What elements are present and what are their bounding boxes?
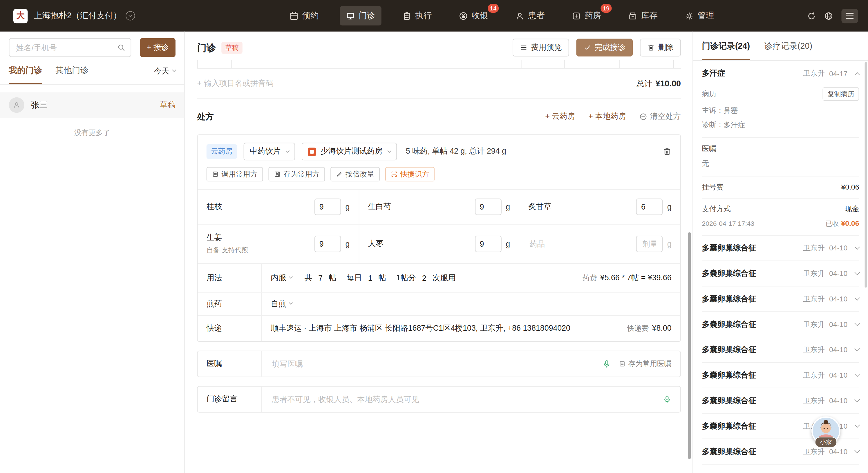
usage-method-select[interactable]: 内服 bbox=[271, 273, 292, 283]
medicine-fee: 药费¥5.66 * 7帖 = ¥39.66 bbox=[583, 273, 672, 283]
drug-name[interactable]: 大枣 bbox=[368, 239, 383, 249]
drug-name[interactable]: 生白芍 bbox=[368, 202, 391, 211]
daily-tie-input[interactable]: 1 bbox=[368, 274, 372, 282]
clear-prescription-button[interactable]: 清空处方 bbox=[640, 111, 681, 122]
fee-label: 快递费 bbox=[627, 324, 649, 332]
record-row[interactable]: 多囊卵巢综合征 卫东升04-10 bbox=[702, 312, 859, 337]
medical-record-block: 病历 复制病历 主诉：鼻塞 诊断：多汗症 bbox=[702, 87, 859, 137]
record-row[interactable]: 多囊卵巢综合征 卫东升04-10 bbox=[702, 363, 859, 388]
date-filter[interactable]: 今天 bbox=[154, 66, 176, 76]
clinic-name[interactable]: 上海抱朴2（汇付支付） bbox=[34, 10, 121, 21]
usage-label: 用法 bbox=[197, 264, 261, 292]
add-item-row: + 输入项目名或拼音码 总计¥10.00 bbox=[197, 69, 681, 99]
scan-icon bbox=[391, 171, 398, 178]
save-common-advice-button[interactable]: 存为常用医嘱 bbox=[619, 359, 671, 369]
total-tie-input[interactable]: 7 bbox=[318, 274, 322, 282]
check-icon bbox=[583, 44, 591, 52]
dose-input[interactable] bbox=[636, 199, 663, 215]
nav-clinic[interactable]: 门诊 bbox=[340, 6, 381, 26]
record-row[interactable]: 多囊卵巢综合征 卫东升04-10 bbox=[702, 337, 859, 363]
delete-prescription-icon[interactable] bbox=[662, 147, 672, 156]
record-row[interactable]: 多囊卵巢综合征 卫东升04-10 bbox=[702, 388, 859, 414]
new-drug-dose-input[interactable] bbox=[636, 236, 663, 252]
tab-treatment-records[interactable]: 诊疗记录(20) bbox=[765, 41, 812, 60]
times-input[interactable]: 2 bbox=[422, 274, 427, 282]
nav-pharmacy[interactable]: 药房 19 bbox=[566, 6, 607, 26]
total-value: ¥10.00 bbox=[655, 78, 681, 88]
usage-method-value: 内服 bbox=[271, 273, 286, 283]
delivery-row: 快递 顺丰速运 · 上海市 上海市 杨浦区 长阳路1687号C1区4楼103, … bbox=[197, 316, 680, 341]
receive-patient-button[interactable]: + 接诊 bbox=[140, 38, 176, 57]
record-row[interactable]: 多囊卵巢综合征 卫东升04-10 bbox=[702, 286, 859, 312]
decoct-select[interactable]: 自煎 bbox=[271, 299, 292, 309]
dose-input[interactable] bbox=[314, 236, 341, 252]
nav-patients[interactable]: 患者 bbox=[509, 6, 551, 26]
chevron-down-icon bbox=[855, 270, 860, 275]
main-header: 门诊 草稿 费用预览 完成接诊 删除 bbox=[185, 32, 692, 57]
drug-name[interactable]: 生姜 bbox=[207, 233, 248, 243]
search-input[interactable] bbox=[15, 43, 118, 53]
record-row[interactable]: 多囊卵巢综合征 卫东升04-10 bbox=[702, 261, 859, 286]
nav-inventory[interactable]: 库存 bbox=[622, 6, 664, 26]
microphone-icon[interactable] bbox=[602, 360, 611, 368]
medical-record-label: 病历 bbox=[702, 89, 717, 99]
record-name: 多囊卵巢综合征 bbox=[702, 370, 756, 380]
delivery-address[interactable]: 顺丰速运 · 上海市 上海市 杨浦区 长阳路1687号C1区4楼103, 卫东升… bbox=[271, 324, 570, 333]
advice-input[interactable] bbox=[271, 359, 596, 369]
tab-clinic-records[interactable]: 门诊记录(24) bbox=[702, 41, 750, 60]
chevron-down-icon bbox=[855, 244, 860, 250]
drug-name[interactable]: 桂枝 bbox=[207, 202, 222, 211]
dose-input[interactable] bbox=[314, 199, 341, 215]
record-doctor: 卫东升 bbox=[803, 370, 825, 380]
finish-consultation-button[interactable]: 完成接诊 bbox=[576, 39, 633, 57]
records-scrollbar[interactable] bbox=[865, 62, 867, 288]
assistant-widget[interactable]: 小家 bbox=[811, 416, 840, 445]
nav-label: 管理 bbox=[698, 10, 714, 21]
payment-method-label: 支付方式 bbox=[702, 204, 731, 214]
clinic-switch-icon[interactable] bbox=[126, 11, 135, 20]
new-drug-name-input[interactable] bbox=[528, 239, 595, 249]
nav-manage[interactable]: 管理 bbox=[679, 6, 720, 26]
add-item-input[interactable]: + 输入项目名或拼音码 bbox=[197, 78, 273, 89]
save-common-prescription-button[interactable]: 存为常用方 bbox=[269, 167, 325, 181]
nav-cashier[interactable]: 收银 14 bbox=[453, 6, 494, 26]
drug-cell: 桂枝 g bbox=[197, 190, 359, 224]
fee-preview-button[interactable]: 费用预览 bbox=[513, 39, 569, 57]
quick-recognize-button[interactable]: 快捷识方 bbox=[385, 167, 435, 181]
dose-input[interactable] bbox=[475, 199, 501, 215]
tab-other-clinic[interactable]: 其他门诊 bbox=[55, 58, 89, 84]
tab-my-clinic[interactable]: 我的门诊 bbox=[9, 58, 42, 84]
record-name: 多囊卵巢综合征 bbox=[702, 268, 756, 278]
record-name: 多囊卵巢综合征 bbox=[702, 396, 756, 405]
diagnosis: 诊断：多汗症 bbox=[702, 120, 859, 129]
refresh-icon[interactable] bbox=[807, 11, 816, 20]
add-cloud-pharmacy-button[interactable]: + 云药房 bbox=[545, 111, 575, 122]
dose-input[interactable] bbox=[475, 236, 501, 252]
decoct-content: 自煎 bbox=[261, 293, 680, 315]
add-local-pharmacy-button[interactable]: + 本地药房 bbox=[588, 111, 626, 122]
message-input[interactable] bbox=[271, 395, 656, 404]
pharmacy-select[interactable]: 少海饮片测试药房 bbox=[302, 143, 397, 160]
delete-button[interactable]: 删除 bbox=[640, 39, 681, 57]
items-section: + 输入项目名或拼音码 总计¥10.00 bbox=[197, 60, 681, 99]
patient-list-item[interactable]: 张三 草稿 bbox=[0, 93, 185, 118]
microphone-icon[interactable] bbox=[662, 395, 672, 404]
prescription-card: 云药房 中药饮片 少海饮片测试药房 5 味药, 单帖 42 g, 总计 294 … bbox=[197, 134, 681, 342]
page-title: 门诊 bbox=[197, 41, 216, 54]
drug-name[interactable]: 炙甘草 bbox=[528, 202, 552, 211]
app-logo-icon[interactable]: 大 bbox=[13, 9, 28, 23]
nav-appointment[interactable]: 预约 bbox=[283, 6, 325, 26]
main-scrollbar[interactable] bbox=[688, 232, 691, 459]
medicine-type-select[interactable]: 中药饮片 bbox=[244, 143, 295, 160]
record-row-expanded[interactable]: 多汗症 卫东升 04-17 bbox=[702, 61, 859, 87]
menu-icon[interactable] bbox=[841, 9, 858, 23]
nav-execute[interactable]: 执行 bbox=[396, 6, 438, 26]
pharmacy-logo-icon bbox=[308, 147, 316, 156]
copy-medical-record-button[interactable]: 复制病历 bbox=[823, 87, 859, 101]
load-common-prescription-button[interactable]: 调用常用方 bbox=[207, 167, 263, 181]
record-row[interactable]: 多囊卵巢综合征 卫东升04-10 bbox=[702, 236, 859, 261]
fee-value: ¥8.00 bbox=[652, 324, 672, 332]
scale-dose-button[interactable]: 按倍改量 bbox=[331, 167, 380, 181]
globe-icon[interactable] bbox=[824, 11, 833, 20]
search-icon[interactable] bbox=[118, 44, 125, 52]
